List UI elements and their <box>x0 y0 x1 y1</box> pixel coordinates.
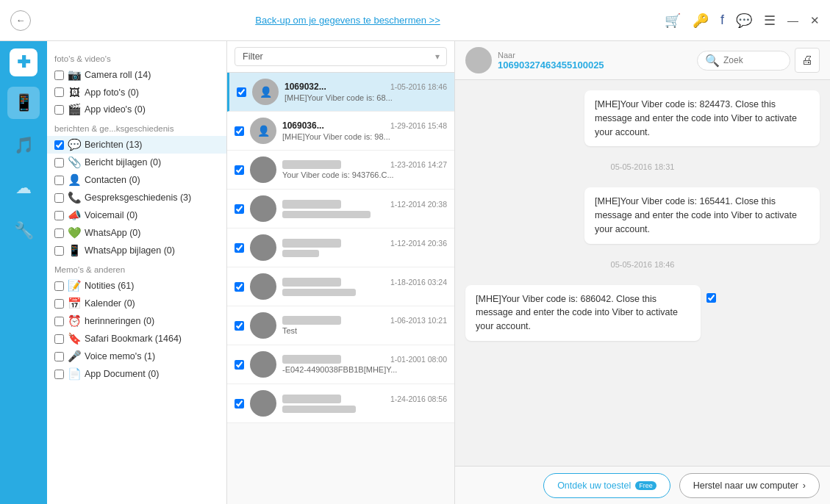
message-checkbox[interactable] <box>706 293 716 303</box>
msg-row-checkbox[interactable] <box>237 87 246 97</box>
sidebar-item-app-videos[interactable]: 🎬 App video's (0) <box>47 101 226 118</box>
app-doc-checkbox[interactable] <box>54 370 64 379</box>
kalender-checkbox[interactable] <box>54 299 64 309</box>
facebook-icon[interactable]: f <box>720 12 724 28</box>
search-input[interactable] <box>723 55 782 65</box>
avatar: 👤 <box>252 79 279 105</box>
minimize-icon[interactable]: — <box>787 14 798 26</box>
sidebar-item-voice-memo[interactable]: 🎤 Voice memo's (1) <box>47 348 226 365</box>
chat-check[interactable] <box>706 292 716 306</box>
whatsapp-bijlagen-checkbox[interactable] <box>54 246 64 256</box>
ontdek-button[interactable]: Ontdek uw toestel Free <box>543 473 670 498</box>
nav-item-phone[interactable]: 📱 <box>7 87 40 119</box>
avatar <box>250 390 276 417</box>
message-row[interactable]: 1-01-2001 08:00 -E042-4490038FBB1B[MHE]Y… <box>227 345 454 384</box>
chat-bubble: [MHE]Your Viber code is: 686042. Close t… <box>465 285 701 341</box>
herinneringen-icon: ⏰ <box>68 314 81 328</box>
bericht-bijlagen-label: Bericht bijlagen (0) <box>85 157 219 168</box>
nav-item-music[interactable]: 🎵 <box>7 129 40 162</box>
msg-preview: Your Viber code is: 943766.C... <box>282 170 447 179</box>
msg-name <box>282 278 341 287</box>
voice-memo-checkbox[interactable] <box>54 352 64 361</box>
message-row[interactable]: 👤 1069032... 1-05-2016 18:46 [MHE]Your V… <box>227 73 454 112</box>
sidebar-item-app-doc[interactable]: 📄 App Document (0) <box>47 365 226 383</box>
message-row[interactable]: 1-12-2014 20:38 <box>227 190 454 228</box>
contacten-icon: 👤 <box>68 173 81 187</box>
section-messages-header: berichten & ge...ksgeschiedenis <box>47 118 226 136</box>
key-icon[interactable]: 🔑 <box>693 12 709 29</box>
msg-row-checkbox[interactable] <box>235 360 244 370</box>
message-row[interactable]: 1-06-2013 10:21 Test <box>227 306 454 345</box>
sidebar-item-gespreks[interactable]: 📞 Gespreksgeschiedenis (3) <box>47 189 226 206</box>
sidebar-item-contacten[interactable]: 👤 Contacten (0) <box>47 171 226 189</box>
whatsapp-checkbox[interactable] <box>54 228 64 238</box>
voicemail-checkbox[interactable] <box>54 211 64 220</box>
promo-link[interactable]: Back-up om je gegevens te beschermen >> <box>38 15 657 26</box>
chat-header-info: Naar 10690327463455100025 <box>498 51 691 71</box>
chat-timestamp: 05-05-2016 18:31 <box>465 162 820 171</box>
sidebar-item-bericht-bijlagen[interactable]: 📎 Bericht bijlagen (0) <box>47 154 226 171</box>
cart-icon[interactable]: 🛒 <box>665 12 681 29</box>
msg-date: 1-01-2001 08:00 <box>390 355 447 364</box>
nav-item-tools[interactable]: 🔧 <box>7 215 40 247</box>
msg-row-checkbox[interactable] <box>235 204 244 214</box>
msg-row-checkbox[interactable] <box>235 321 244 331</box>
sidebar-item-whatsapp-bijlagen[interactable]: 📱 WhatsApp bijlagen (0) <box>47 242 226 259</box>
chat-bubble-wrap: [MHE]Your Viber code is: 824473. Close t… <box>465 90 820 146</box>
chat-avatar <box>465 47 492 73</box>
gespreks-checkbox[interactable] <box>54 193 64 203</box>
safari-checkbox[interactable] <box>54 334 64 344</box>
herstel-button[interactable]: Herstel naar uw computer › <box>679 473 820 498</box>
sidebar-item-notities[interactable]: 📝 Notities (61) <box>47 277 226 295</box>
message-row[interactable]: 1-24-2016 08:56 <box>227 384 454 423</box>
message-list-header: FilterAlleOntvangenVerzonden <box>227 41 454 73</box>
filter-dropdown[interactable]: FilterAlleOntvangenVerzonden <box>235 47 447 66</box>
sidebar-item-app-photos[interactable]: 🖼 App foto's (0) <box>47 84 226 101</box>
msg-date: 1-05-2016 18:46 <box>390 82 447 91</box>
sidebar-item-safari[interactable]: 🔖 Safari Bookmark (1464) <box>47 330 226 348</box>
msg-name <box>282 355 341 364</box>
sidebar-item-camera-roll[interactable]: 📷 Camera roll (14) <box>47 66 226 84</box>
chat-icon[interactable]: 💬 <box>736 12 752 29</box>
chat-bubble-wrap-with-check: [MHE]Your Viber code is: 686042. Close t… <box>465 285 820 341</box>
sidebar-item-berichten[interactable]: 💬 Berichten (13) <box>47 136 226 154</box>
sidebar-item-kalender[interactable]: 📅 Kalender (0) <box>47 295 226 312</box>
back-button[interactable]: ← <box>10 10 31 31</box>
message-list-scroll: 👤 1069032... 1-05-2016 18:46 [MHE]Your V… <box>227 73 454 504</box>
message-row[interactable]: 1-18-2016 03:24 <box>227 267 454 306</box>
sidebar-item-whatsapp[interactable]: 💚 WhatsApp (0) <box>47 224 226 242</box>
msg-row-checkbox[interactable] <box>235 165 244 175</box>
file-sidebar: foto's & video's 📷 Camera roll (14) 🖼 Ap… <box>47 41 227 504</box>
app-videos-checkbox[interactable] <box>54 105 64 115</box>
app-photos-checkbox[interactable] <box>54 87 64 97</box>
print-button[interactable]: 🖨 <box>795 48 820 73</box>
avatar <box>250 195 276 222</box>
main-layout: ✚ 📱 🎵 ☁ 🔧 foto's & video's 📷 Camera roll… <box>0 41 830 504</box>
herinneringen-checkbox[interactable] <box>54 317 64 326</box>
ontdek-label: Ontdek uw toestel <box>557 480 631 491</box>
nav-item-cloud[interactable]: ☁ <box>7 172 40 204</box>
menu-icon[interactable]: ☰ <box>764 12 776 29</box>
tools-icon: 🔧 <box>14 221 34 240</box>
berichten-checkbox[interactable] <box>54 140 64 150</box>
message-row[interactable]: 👤 1069036... 1-29-2016 15:48 [MHE]Your V… <box>227 112 454 151</box>
msg-row-checkbox[interactable] <box>235 399 244 408</box>
camera-roll-label: Camera roll (14) <box>85 70 219 80</box>
message-row[interactable]: 1-23-2016 14:27 Your Viber code is: 9437… <box>227 151 454 190</box>
msg-row-checkbox[interactable] <box>235 282 244 292</box>
phone-icon: 📱 <box>14 93 34 112</box>
message-row[interactable]: 1-12-2014 20:36 <box>227 228 454 267</box>
camera-roll-checkbox[interactable] <box>54 71 64 80</box>
whatsapp-label: WhatsApp (0) <box>85 228 219 238</box>
top-bar: ← Back-up om je gegevens te beschermen >… <box>0 0 830 41</box>
msg-row-checkbox[interactable] <box>235 126 244 136</box>
bericht-bijlagen-checkbox[interactable] <box>54 158 64 168</box>
sidebar-item-voicemail[interactable]: 📣 Voicemail (0) <box>47 206 226 224</box>
msg-row-checkbox[interactable] <box>235 243 244 253</box>
sidebar-item-herinneringen[interactable]: ⏰ herinneringen (0) <box>47 312 226 330</box>
close-icon[interactable]: ✕ <box>810 14 820 27</box>
contact-number: 10690327463455100025 <box>498 60 691 71</box>
back-icon: ← <box>16 15 26 26</box>
contacten-checkbox[interactable] <box>54 176 64 185</box>
notities-checkbox[interactable] <box>54 281 64 291</box>
